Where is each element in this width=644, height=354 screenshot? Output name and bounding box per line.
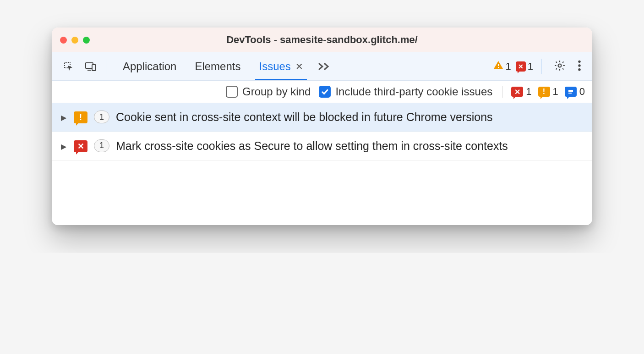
device-toolbar-icon[interactable] [81, 57, 100, 76]
severity-counts: ✕ 1 ! 1 0 [502, 86, 585, 98]
issue-count-pill: 1 [94, 111, 109, 123]
minimize-window-button[interactable] [71, 37, 78, 44]
include-third-party-checkbox[interactable]: Include third-party cookie issues [319, 85, 492, 98]
count-value: 1 [526, 86, 531, 98]
checkbox-label: Include third-party cookie issues [335, 85, 492, 98]
errors-count: 1 [528, 61, 533, 72]
tab-label: Issues [259, 60, 290, 73]
svg-rect-4 [498, 64, 499, 66]
svg-point-7 [578, 60, 580, 62]
warning-count[interactable]: ! 1 [538, 86, 558, 98]
error-speech-icon: ✕ [74, 140, 87, 152]
issue-row[interactable]: ▶ ! 1 Cookie sent in cross-site context … [52, 103, 592, 132]
devtools-window: DevTools - samesite-sandbox.glitch.me/ A… [52, 28, 592, 225]
issue-title: Mark cross-site cookies as Secure to all… [116, 138, 584, 154]
tab-issues[interactable]: Issues ✕ [250, 52, 312, 80]
expand-icon[interactable]: ▶ [60, 110, 67, 122]
settings-gear-icon[interactable] [550, 60, 569, 73]
titlebar: DevTools - samesite-sandbox.glitch.me/ [52, 28, 592, 52]
close-tab-icon[interactable]: ✕ [295, 61, 303, 72]
group-by-kind-checkbox[interactable]: Group by kind [226, 85, 311, 98]
svg-rect-5 [498, 67, 499, 68]
error-count[interactable]: ✕ 1 [511, 86, 531, 98]
issues-filter-bar: Group by kind Include third-party cookie… [52, 81, 592, 103]
warnings-badge[interactable]: 1 [493, 60, 511, 73]
warning-speech-icon: ! [74, 111, 87, 123]
checkbox-icon [319, 86, 331, 98]
error-speech-icon: ✕ [511, 87, 523, 97]
tab-label: Elements [195, 60, 240, 73]
svg-point-9 [578, 68, 580, 70]
warning-speech-icon: ! [538, 87, 550, 97]
more-options-icon[interactable] [574, 60, 585, 73]
issues-list: ▶ ! 1 Cookie sent in cross-site context … [52, 103, 592, 161]
separator [541, 59, 542, 74]
expand-icon[interactable]: ▶ [60, 138, 67, 151]
issue-title: Cookie sent in cross-site context will b… [116, 110, 584, 125]
tab-label: Application [123, 60, 176, 73]
window-controls [60, 37, 90, 44]
separator [107, 59, 107, 74]
svg-point-8 [578, 64, 580, 66]
panel-tabs: Application Elements Issues ✕ [114, 52, 336, 80]
warning-triangle-icon [493, 60, 504, 73]
more-tabs-button[interactable] [312, 52, 336, 80]
svg-rect-3 [92, 65, 96, 71]
count-value: 1 [553, 86, 558, 98]
issue-count-pill: 1 [94, 139, 109, 152]
errors-badge[interactable]: ✕ 1 [516, 61, 533, 72]
tab-elements[interactable]: Elements [186, 52, 250, 80]
main-toolbar: Application Elements Issues ✕ 1 [52, 52, 592, 81]
info-speech-icon [565, 87, 577, 97]
checkbox-icon [226, 86, 238, 98]
warnings-count: 1 [506, 61, 511, 72]
close-window-button[interactable] [60, 37, 67, 44]
count-value: 0 [579, 86, 585, 98]
toolbar-right: 1 ✕ 1 [493, 59, 585, 74]
inspect-element-icon[interactable] [59, 57, 78, 76]
info-count[interactable]: 0 [565, 86, 585, 98]
tab-application[interactable]: Application [114, 52, 186, 80]
window-title: DevTools - samesite-sandbox.glitch.me/ [52, 34, 592, 46]
error-square-icon: ✕ [516, 61, 526, 72]
zoom-window-button[interactable] [83, 37, 90, 44]
checkbox-label: Group by kind [242, 85, 311, 98]
issue-row[interactable]: ▶ ✕ 1 Mark cross-site cookies as Secure … [52, 132, 592, 161]
empty-panel-area [52, 161, 592, 225]
svg-point-6 [558, 64, 562, 67]
